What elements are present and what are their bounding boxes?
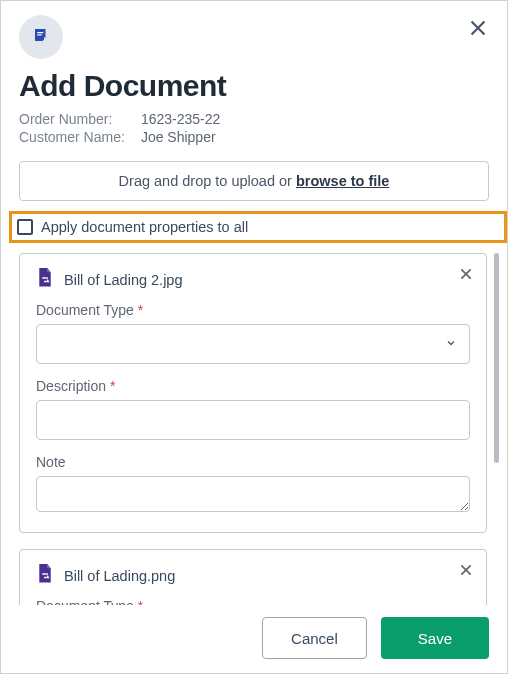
apply-all-checkbox[interactable] [17, 219, 33, 235]
remove-document-button[interactable] [458, 266, 474, 286]
file-icon [36, 268, 54, 292]
scrollbar[interactable] [494, 253, 499, 463]
svg-rect-1 [37, 34, 42, 35]
cancel-button[interactable]: Cancel [262, 617, 367, 659]
document-card: Bill of Lading.png Document Type* [19, 549, 487, 605]
note-textarea[interactable] [36, 476, 470, 512]
svg-rect-3 [42, 573, 48, 574]
order-meta: Order Number: 1623-235-22 Customer Name:… [19, 111, 489, 145]
document-card: Bill of Lading 2.jpg Document Type* Desc… [19, 253, 487, 533]
document-filename: Bill of Lading.png [64, 568, 175, 584]
documents-scroll-area: Bill of Lading 2.jpg Document Type* Desc… [19, 253, 501, 605]
close-button[interactable] [467, 17, 489, 43]
order-number-label: Order Number: [19, 111, 137, 127]
note-icon [32, 26, 50, 48]
customer-name-label: Customer Name: [19, 129, 137, 145]
description-input[interactable] [36, 400, 470, 440]
document-type-select[interactable] [36, 324, 470, 364]
document-type-label: Document Type* [36, 302, 470, 318]
remove-document-button[interactable] [458, 562, 474, 582]
apply-all-label: Apply document properties to all [41, 219, 248, 235]
required-marker: * [138, 302, 143, 318]
note-label: Note [36, 454, 470, 470]
modal-footer: Cancel Save [1, 605, 507, 673]
header-avatar [19, 15, 63, 59]
browse-link[interactable]: browse to file [296, 173, 389, 189]
add-document-modal: Add Document Order Number: 1623-235-22 C… [0, 0, 508, 674]
svg-rect-2 [42, 277, 48, 278]
save-button[interactable]: Save [381, 617, 489, 659]
order-number-value: 1623-235-22 [141, 111, 220, 127]
required-marker: * [138, 598, 143, 605]
upload-dropzone[interactable]: Drag and drop to upload or browse to fil… [19, 161, 489, 201]
modal-header: Add Document Order Number: 1623-235-22 C… [1, 1, 507, 147]
dropzone-text: Drag and drop to upload or [119, 173, 296, 189]
file-icon [36, 564, 54, 588]
document-type-label: Document Type* [36, 598, 470, 605]
svg-rect-0 [37, 32, 43, 33]
document-filename: Bill of Lading 2.jpg [64, 272, 183, 288]
required-marker: * [110, 378, 115, 394]
apply-all-highlight: Apply document properties to all [9, 211, 507, 243]
chevron-down-icon [445, 336, 457, 352]
customer-name-value: Joe Shipper [141, 129, 216, 145]
description-label: Description* [36, 378, 470, 394]
modal-title: Add Document [19, 69, 489, 103]
